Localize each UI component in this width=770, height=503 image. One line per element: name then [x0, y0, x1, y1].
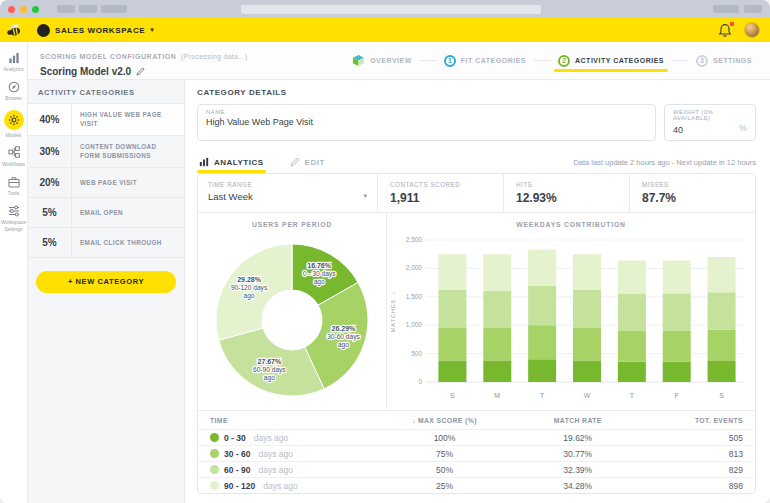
table-header: TIME ↓MAX SCORE (%) MATCH RATE TOT. EVEN…	[198, 411, 755, 429]
browser-control-placeholder	[713, 5, 739, 13]
svg-text:1,500: 1,500	[406, 293, 423, 300]
svg-text:S: S	[719, 392, 724, 399]
briefcase-icon	[7, 175, 20, 188]
close-window-button[interactable]	[8, 6, 15, 13]
gear-icon	[4, 110, 24, 130]
tab-edit[interactable]: EDIT	[288, 157, 327, 173]
processing-status: (Processing data...)	[181, 53, 248, 60]
browser-chrome	[0, 0, 770, 18]
step-connector	[534, 60, 550, 61]
category-row-email-click-through[interactable]: 5% EMAIL CLICK THROUGH	[28, 227, 184, 258]
detail-tabs: ANALYTICS EDIT Data last update 2 hours …	[197, 151, 756, 173]
workflow-icon	[7, 146, 20, 159]
browser-control-placeholder	[744, 5, 762, 13]
sidebar-item-analytics[interactable]: Analytics	[0, 48, 27, 75]
minimize-window-button[interactable]	[20, 6, 27, 13]
brand-bee-icon	[6, 22, 23, 39]
stacked-bar-chart: 05001,0001,5002,0002,500MATCHES →SMTWTFS	[388, 228, 754, 408]
table-row: 0 - 30days ago 100% 19.62% 505	[198, 429, 755, 445]
category-row-email-open[interactable]: 5% EMAIL OPEN	[28, 197, 184, 227]
compass-icon	[7, 80, 20, 93]
sort-desc-icon: ↓	[412, 417, 416, 424]
workspace-name: SALES WORKSPACE	[55, 26, 145, 35]
new-category-button[interactable]: + NEW CATEGORY	[36, 271, 176, 293]
table-row: 30 - 60days ago 75% 30.77% 813	[198, 445, 755, 461]
svg-text:T: T	[540, 392, 545, 399]
step-overview[interactable]: OVERVIEW	[352, 42, 412, 79]
pencil-icon	[290, 157, 300, 167]
period-stats-table: TIME ↓MAX SCORE (%) MATCH RATE TOT. EVEN…	[198, 411, 755, 493]
percent-suffix: %	[739, 123, 747, 135]
panel-title: ACTIVITY CATEGORIES	[28, 80, 184, 103]
workspace-switcher[interactable]: SALES WORKSPACE ▾	[37, 24, 154, 37]
svg-text:S: S	[450, 392, 455, 399]
notification-badge	[730, 22, 734, 26]
tab-analytics[interactable]: ANALYTICS	[197, 157, 266, 173]
zoom-window-button[interactable]	[32, 6, 39, 13]
step-settings[interactable]: 3 SETTINGS	[696, 42, 752, 79]
svg-text:F: F	[675, 392, 679, 399]
page-title: Scoring Model v2.0	[40, 66, 131, 77]
stat-contacts-scored: CONTACTS SCORED 1,911	[378, 174, 504, 212]
sortable-column-max-score[interactable]: ↓MAX SCORE (%)	[381, 417, 509, 424]
users-per-period-chart: USERS PER PERIOD 16.76%0 - 30 daysago26.…	[198, 213, 386, 410]
donut-chart: 16.76%0 - 30 daysago26.29%30-60 daysago2…	[199, 228, 385, 408]
time-range-select[interactable]: TIME RANGE Last Week ▾	[198, 174, 378, 212]
browser-tab-placeholder	[57, 5, 75, 13]
category-details-section: CATEGORY DETAILS NAME High Value Web Pag…	[185, 80, 770, 503]
weekdays-contribution-chart: WEEKDAYS CONTRIBUTION 05001,0001,5002,00…	[386, 213, 755, 410]
step-number-badge: 1	[444, 55, 456, 67]
sidebar-item-tools[interactable]: Tools	[0, 172, 27, 199]
notifications-button[interactable]	[718, 23, 732, 38]
time-range-value: Last Week	[208, 191, 367, 202]
svg-text:2,500: 2,500	[406, 236, 423, 243]
category-row-web-page-visit[interactable]: 20% WEB PAGE VISIT	[28, 167, 184, 197]
step-activity-categories[interactable]: 2 ACTIVITY CATEGORIES	[558, 42, 664, 79]
svg-text:MATCHES →: MATCHES →	[390, 290, 396, 333]
chevron-down-icon: ▾	[363, 192, 367, 200]
app-window: SALES WORKSPACE ▾ Analytics	[0, 0, 770, 503]
sidebar-item-models[interactable]: Models	[0, 107, 27, 141]
svg-text:500: 500	[411, 350, 422, 357]
chart-title: USERS PER PERIOD	[252, 221, 332, 228]
chart-title: WEEKDAYS CONTRIBUTION	[516, 221, 625, 228]
browser-tab-placeholder	[101, 5, 127, 13]
weight-field-value: 40	[673, 125, 683, 135]
chevron-down-icon: ▾	[150, 26, 154, 34]
browser-tab-placeholder	[79, 5, 97, 13]
data-update-note: Data last update 2 hours ago - Next upda…	[573, 158, 756, 173]
svg-text:0: 0	[418, 378, 422, 385]
cube-icon	[352, 54, 365, 67]
stats-row: TIME RANGE Last Week ▾ CONTACTS SCORED 1…	[198, 174, 755, 213]
stat-hits: HITS 12.93%	[504, 174, 630, 212]
category-row-high-value-web-page-visit[interactable]: 40% HIGH VALUE WEB PAGE VISIT	[28, 103, 184, 135]
wizard-steps: OVERVIEW 1 FIT CATEGORIES 2 ACTIVITY CAT…	[352, 42, 752, 79]
step-number-badge: 2	[558, 55, 570, 67]
sidebar-item-workspace-settings[interactable]: Workspace Settings	[0, 201, 27, 235]
weight-field[interactable]: WEIGHT (0% AVAILABLE) 40 %	[664, 104, 756, 141]
svg-text:W: W	[584, 392, 591, 399]
icon-sidebar: Analytics Browse Models	[0, 42, 28, 503]
edit-title-pencil-icon[interactable]	[136, 67, 145, 76]
step-number-badge: 3	[696, 55, 708, 67]
legend-dot	[210, 449, 219, 458]
charts-row: USERS PER PERIOD 16.76%0 - 30 daysago26.…	[198, 213, 755, 411]
category-row-content-download[interactable]: 30% CONTENT DOWNLOAD FORM SUBMISSIONS	[28, 135, 184, 167]
breadcrumb: SCORING MODEL CONFIGURATION	[40, 53, 177, 60]
sidebar-item-workflows[interactable]: Workflows	[0, 143, 27, 170]
page-header: SCORING MODEL CONFIGURATION (Processing …	[28, 42, 770, 80]
step-connector	[420, 60, 436, 61]
sidebar-item-browse[interactable]: Browse	[0, 77, 27, 104]
name-field-value: High Value Web Page Visit	[206, 117, 647, 127]
legend-dot	[210, 481, 219, 490]
window-controls	[8, 6, 39, 13]
legend-dot	[210, 465, 219, 474]
step-fit-categories[interactable]: 1 FIT CATEGORIES	[444, 42, 526, 79]
user-avatar[interactable]	[744, 22, 760, 38]
name-field[interactable]: NAME High Value Web Page Visit	[197, 104, 656, 141]
svg-text:M: M	[494, 392, 500, 399]
activity-categories-panel: ACTIVITY CATEGORIES 40% HIGH VALUE WEB P…	[28, 80, 185, 503]
bar-chart-icon	[199, 157, 209, 167]
stat-misses: MISSES 87.7%	[630, 174, 755, 212]
address-bar[interactable]	[241, 5, 541, 14]
